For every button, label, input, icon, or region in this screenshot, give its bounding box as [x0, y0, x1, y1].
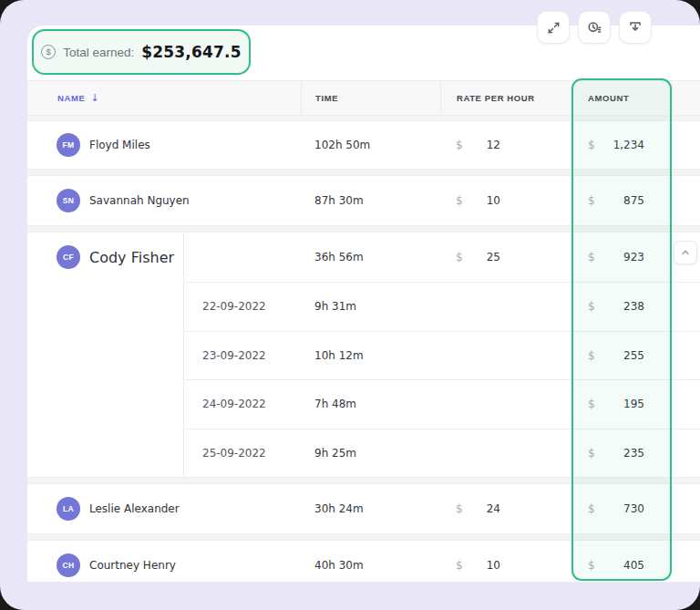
amount-cell: $ 235: [571, 447, 672, 460]
group-detail-column: 36h 56m $ 25 $ 923 2: [184, 233, 700, 477]
time-value: 40h 30m: [301, 559, 440, 572]
amount-cell: $ 1,234: [571, 139, 672, 151]
date-value: 22-09-2022: [184, 300, 301, 313]
time-report-icon: [587, 20, 602, 35]
currency-symbol: $: [588, 349, 595, 362]
expand-icon: [547, 21, 561, 35]
column-header-amount-label: AMOUNT: [588, 93, 629, 103]
amount-cell: $ 255: [571, 349, 672, 362]
time-value: 30h 24m: [301, 502, 440, 515]
time-value: 87h 30m: [301, 194, 440, 207]
group-name-column: CF Cody Fisher: [27, 233, 184, 477]
detail-row[interactable]: 22-09-2022 9h 31m $ 238: [184, 282, 700, 331]
app-screen: $ Total earned: $253,647.5 NAME ↓ TIME R…: [0, 0, 700, 610]
time-value: 10h 12m: [301, 349, 440, 362]
rate-value: 24: [487, 502, 500, 515]
rate-cell: $ 24: [440, 502, 571, 515]
amount-value: 405: [623, 559, 644, 572]
rate-value: 10: [487, 559, 500, 572]
date-value: 25-09-2022: [184, 447, 301, 460]
amount-value: 730: [623, 502, 644, 515]
group-summary-row[interactable]: 36h 56m $ 25 $ 923: [184, 233, 700, 282]
table-row-floyd-miles[interactable]: FM Floyd Miles 102h 50m $ 12 $ 1,234: [27, 121, 700, 169]
amount-cell: $ 875: [571, 194, 672, 207]
table-row-group-cody-fisher[interactable]: CF Cody Fisher 36h 56m $ 25: [27, 233, 700, 477]
collapse-group-button[interactable]: [674, 241, 697, 264]
expand-button[interactable]: [537, 11, 570, 44]
time-value: 9h 25m: [301, 447, 440, 460]
person-name: Leslie Alexander: [89, 502, 180, 515]
row-block-expanded: CF Cody Fisher 36h 56m $ 25: [27, 232, 700, 478]
amount-cell: $ 195: [571, 398, 672, 410]
amount-value: 235: [623, 447, 644, 460]
currency-symbol: $: [456, 251, 463, 264]
row-block: FM Floyd Miles 102h 50m $ 12 $ 1,234: [27, 120, 700, 170]
download-button[interactable]: [619, 11, 652, 44]
column-header-time-label: TIME: [315, 93, 338, 103]
currency-symbol: $: [588, 502, 595, 515]
row-block: LA Leslie Alexander 30h 24m $ 24 $ 730: [27, 483, 700, 534]
avatar: SN: [57, 189, 80, 212]
column-header-amount[interactable]: AMOUNT: [571, 81, 672, 115]
currency-symbol: $: [588, 251, 595, 264]
column-header-name-label: NAME: [57, 93, 85, 103]
person-name: Savannah Nguyen: [89, 194, 190, 207]
chevron-up-icon: [680, 247, 691, 258]
rate-value: 25: [487, 251, 500, 264]
row-block: CH Courtney Henry 40h 30m $ 10 $ 405: [27, 540, 700, 582]
amount-cell: $ 405: [571, 559, 672, 572]
time-value: 102h 50m: [301, 139, 440, 151]
currency-symbol: $: [456, 559, 463, 572]
column-header-name[interactable]: NAME ↓: [27, 81, 301, 115]
time-value: 7h 48m: [301, 398, 440, 410]
amount-value: 255: [623, 349, 644, 362]
person-name: Floyd Miles: [89, 139, 150, 151]
total-earned-badge: $ Total earned: $253,647.5: [32, 29, 251, 75]
download-icon: [628, 20, 643, 35]
column-header-rate-label: RATE PER HOUR: [457, 93, 535, 103]
column-header-rate[interactable]: RATE PER HOUR: [440, 81, 571, 115]
avatar: CH: [57, 553, 80, 577]
name-cell: LA Leslie Alexander: [27, 497, 301, 521]
time-report-button[interactable]: [578, 11, 611, 44]
amount-value: 195: [623, 398, 644, 410]
rate-cell: $ 25: [440, 251, 571, 264]
time-value: 9h 31m: [301, 300, 440, 313]
row-block: SN Savannah Nguyen 87h 30m $ 10 $ 875: [27, 175, 700, 226]
currency-symbol: $: [588, 300, 595, 313]
amount-cell: $ 730: [571, 502, 672, 515]
person-name: Courtney Henry: [89, 559, 176, 572]
currency-symbol: $: [588, 559, 595, 572]
name-cell: CF Cody Fisher: [27, 233, 183, 282]
detail-row[interactable]: 24-09-2022 7h 48m $ 195: [184, 379, 700, 429]
amount-value: 238: [623, 300, 644, 313]
detail-row[interactable]: 25-09-2022 9h 25m $ 235: [184, 429, 700, 478]
name-cell: FM Floyd Miles: [27, 133, 301, 157]
table-row-courtney-henry[interactable]: CH Courtney Henry 40h 30m $ 10 $ 405: [27, 541, 700, 582]
time-value: 36h 56m: [301, 251, 440, 264]
table-row-savannah-nguyen[interactable]: SN Savannah Nguyen 87h 30m $ 10 $ 875: [27, 176, 700, 225]
table-body: FM Floyd Miles 102h 50m $ 12 $ 1,234: [27, 116, 700, 582]
sort-desc-icon: ↓: [90, 92, 99, 104]
rate-value: 12: [487, 139, 500, 151]
total-earned-label: Total earned:: [63, 46, 134, 59]
avatar: LA: [57, 497, 80, 521]
currency-symbol: $: [588, 139, 595, 151]
name-cell: CH Courtney Henry: [27, 553, 301, 577]
amount-value: 1,234: [613, 139, 644, 151]
rate-cell: $ 12: [440, 139, 571, 151]
total-earned-value: $253,647.5: [141, 43, 242, 61]
date-value: 24-09-2022: [184, 398, 301, 410]
detail-row[interactable]: 23-09-2022 10h 12m $ 255: [184, 331, 700, 380]
currency-symbol: $: [456, 502, 463, 515]
table-header: NAME ↓ TIME RATE PER HOUR AMOUNT: [27, 80, 700, 116]
amount-value: 923: [623, 251, 644, 264]
toolbar: [537, 11, 652, 44]
amount-cell: $ 238: [571, 300, 672, 313]
person-name: Cody Fisher: [89, 249, 174, 266]
name-cell: SN Savannah Nguyen: [27, 189, 301, 212]
currency-symbol: $: [588, 398, 595, 410]
table-row-leslie-alexander[interactable]: LA Leslie Alexander 30h 24m $ 24 $ 730: [27, 484, 700, 533]
column-header-time[interactable]: TIME: [301, 81, 440, 115]
rate-value: 10: [487, 194, 500, 207]
